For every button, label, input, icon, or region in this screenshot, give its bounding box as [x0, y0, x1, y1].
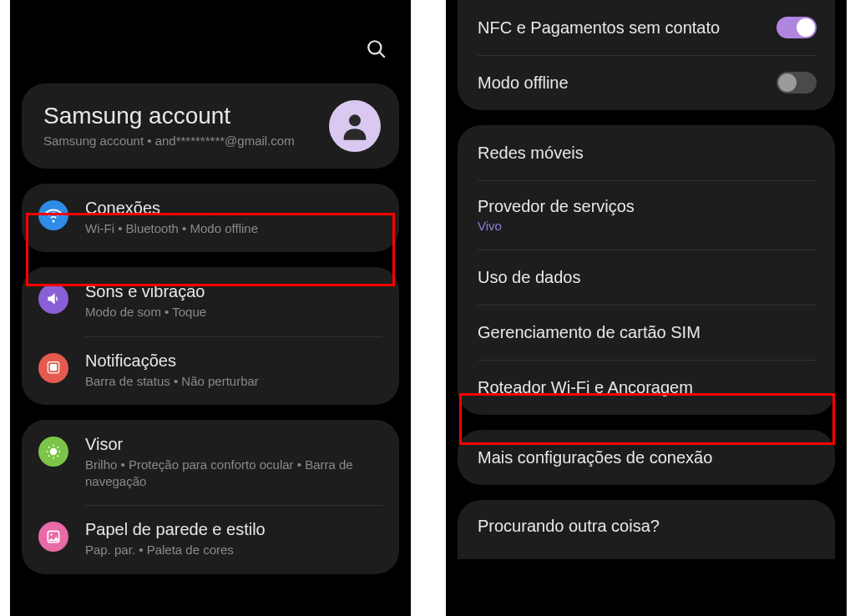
samsung-account-card[interactable]: Samsung account Samsung account • and***… — [22, 83, 399, 169]
settings-group: VisorBrilho • Proteção para conforto ocu… — [22, 420, 399, 574]
settings-group: ConexõesWi-Fi • Bluetooth • Modo offline — [22, 184, 399, 252]
item-text: ConexõesWi-Fi • Bluetooth • Modo offline — [85, 199, 381, 237]
item-subtitle: Wi-Fi • Bluetooth • Modo offline — [85, 220, 381, 237]
connections-item-redes-m-veis[interactable]: Redes móveis — [458, 125, 835, 180]
item-text: NFC e Pagamentos sem contato — [478, 18, 777, 38]
item-text: Uso de dados — [478, 268, 817, 287]
item-subtitle: Barra de status • Não perturbar — [85, 373, 381, 390]
item-text: Mais configurações de conexão — [478, 448, 817, 467]
connections-section: Redes móveisProvedor de serviçosVivoUso … — [458, 125, 835, 415]
item-text: VisorBrilho • Proteção para conforto ocu… — [85, 435, 381, 491]
account-subtitle: Samsung account • and**********@gmail.co… — [43, 133, 321, 149]
item-subtitle: Modo de som • Toque — [85, 304, 381, 321]
item-text: Modo offline — [478, 73, 777, 93]
item-text: Gerenciamento de cartão SIM — [478, 323, 817, 342]
svg-line-12 — [48, 455, 49, 456]
item-subtitle: Pap. par. • Paleta de cores — [85, 542, 381, 558]
item-label: Conexões — [85, 199, 381, 218]
connections-section: NFC e Pagamentos sem contatoModo offline — [458, 0, 835, 110]
item-text: Sons e vibraçãoModo de som • Toque — [85, 282, 381, 321]
item-label: Uso de dados — [478, 268, 817, 287]
search-icon[interactable] — [366, 38, 387, 63]
svg-point-15 — [50, 534, 53, 537]
item-text: Redes móveis — [478, 144, 817, 163]
item-subtitle: Brilho • Proteção para conforto ocular •… — [85, 457, 381, 491]
item-label: Mais configurações de conexão — [478, 448, 817, 467]
svg-line-10 — [48, 447, 49, 447]
item-label: Modo offline — [478, 73, 777, 93]
wifi-icon — [38, 200, 68, 230]
svg-rect-3 — [50, 364, 57, 371]
item-label: Roteador Wi-Fi e Ancoragem — [478, 378, 817, 397]
toggle-switch[interactable] — [777, 17, 817, 38]
item-label: Procurando outra coisa? — [478, 517, 817, 536]
connections-item-modo-offline[interactable]: Modo offline — [458, 55, 835, 110]
toggle-switch[interactable] — [777, 72, 817, 93]
connections-section: Procurando outra coisa? — [458, 500, 835, 559]
display-icon — [38, 437, 68, 467]
sound-icon — [38, 284, 68, 314]
svg-line-1 — [379, 52, 385, 58]
account-title: Samsung account — [43, 103, 321, 129]
item-text: Provedor de serviçosVivo — [478, 197, 817, 233]
item-label: Gerenciamento de cartão SIM — [478, 323, 817, 342]
avatar[interactable] — [329, 100, 381, 152]
connections-item-gerenciamento-de-cart-o-sim[interactable]: Gerenciamento de cartão SIM — [458, 305, 835, 360]
item-label: Visor — [85, 435, 381, 454]
connections-item-uso-de-dados[interactable]: Uso de dados — [458, 250, 835, 305]
settings-item-wallpaper[interactable]: Papel de parede e estiloPap. par. • Pale… — [22, 505, 399, 573]
connections-item-procurando-outra-coisa[interactable]: Procurando outra coisa? — [458, 500, 835, 559]
item-text: Roteador Wi-Fi e Ancoragem — [478, 378, 817, 397]
item-label: Provedor de serviços — [478, 197, 817, 216]
item-label: Sons e vibração — [85, 282, 381, 301]
settings-item-display[interactable]: VisorBrilho • Proteção para conforto ocu… — [22, 420, 399, 506]
svg-line-13 — [58, 447, 58, 447]
topbar — [10, 0, 411, 75]
connections-item-mais-configura-es-de-conex-o[interactable]: Mais configurações de conexão — [458, 430, 835, 485]
item-text: Papel de parede e estiloPap. par. • Pale… — [85, 520, 381, 558]
connections-section: Mais configurações de conexão — [458, 430, 835, 485]
settings-main-screen: Samsung account Samsung account • and***… — [10, 0, 411, 616]
svg-line-11 — [58, 455, 58, 456]
settings-group: Sons e vibraçãoModo de som • ToqueNotifi… — [22, 267, 399, 405]
item-text: Procurando outra coisa? — [478, 517, 817, 536]
toggle-knob — [797, 18, 815, 37]
item-label: Redes móveis — [478, 144, 817, 163]
item-label: Papel de parede e estilo — [85, 520, 381, 539]
svg-point-5 — [50, 448, 57, 455]
notif-icon — [38, 353, 68, 383]
svg-point-0 — [368, 41, 381, 53]
settings-item-notif[interactable]: NotificaçõesBarra de status • Não pertur… — [22, 336, 399, 405]
connections-item-roteador-wi-fi-e-ancoragem[interactable]: Roteador Wi-Fi e Ancoragem — [458, 360, 835, 415]
settings-item-wifi[interactable]: ConexõesWi-Fi • Bluetooth • Modo offline — [22, 184, 399, 252]
wallpaper-icon — [38, 522, 68, 552]
svg-point-2 — [349, 114, 361, 126]
connections-screen: NFC e Pagamentos sem contatoModo offline… — [446, 0, 847, 616]
settings-item-sound[interactable]: Sons e vibraçãoModo de som • Toque — [22, 267, 399, 336]
connections-item-nfc-e-pagamentos-sem-contato[interactable]: NFC e Pagamentos sem contato — [458, 0, 835, 55]
toggle-knob — [778, 73, 797, 92]
item-subtitle: Vivo — [478, 219, 817, 233]
connections-item-provedor-de-servi-os[interactable]: Provedor de serviçosVivo — [458, 180, 835, 250]
account-text: Samsung account Samsung account • and***… — [43, 103, 321, 149]
item-text: NotificaçõesBarra de status • Não pertur… — [85, 351, 381, 390]
item-label: Notificações — [85, 351, 381, 371]
item-label: NFC e Pagamentos sem contato — [478, 18, 777, 38]
